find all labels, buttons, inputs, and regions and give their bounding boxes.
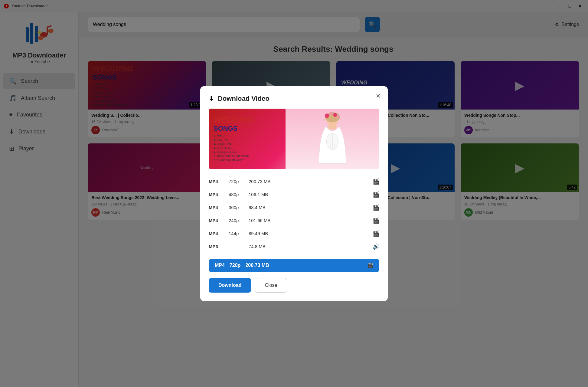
format-row-360p[interactable]: MP4 360p 98.4 MB 🎬 (209, 201, 379, 214)
preview-tracklist: 1. THE GIFT2. DESTINY3. VALENTINE4. YOUR… (214, 134, 289, 162)
format-res-144p: 144p (229, 231, 244, 236)
video-format-icon-240p: 🎬 (373, 217, 379, 224)
format-res-480p: 480p (229, 192, 244, 197)
preview-bride-image (286, 109, 379, 169)
download-modal: ⬇ Download Video ✕ WEDDING SONGS 1. THE … (200, 86, 388, 301)
selected-resolution: 720p (230, 263, 240, 268)
format-row-144p[interactable]: MP4 144p 89.49 MB 🎬 (209, 227, 379, 240)
video-format-icon-480p: 🎬 (373, 191, 379, 198)
selected-format-bar: MP4 720p 200.73 MB 🎬 (209, 259, 379, 272)
audio-format-icon-mp3: 🔊 (373, 243, 379, 250)
preview-songs-text: SONGS (214, 125, 289, 133)
format-tag-240p: MP4 (209, 218, 224, 223)
svg-point-15 (333, 113, 337, 117)
video-format-icon-144p: 🎬 (373, 230, 379, 237)
svg-rect-17 (328, 125, 336, 130)
format-tag-144p: MP4 (209, 231, 224, 236)
format-res-360p: 360p (229, 205, 244, 210)
svg-point-16 (336, 116, 339, 118)
selected-tag: MP4 (215, 263, 225, 268)
preview-big-text: WEDDING (214, 115, 289, 125)
modal-overlay[interactable]: ⬇ Download Video ✕ WEDDING SONGS 1. THE … (0, 0, 588, 387)
format-tag-480p: MP4 (209, 192, 224, 197)
format-size-360p: 98.4 MB (249, 205, 368, 210)
format-tag-mp3: MP3 (209, 244, 224, 249)
format-list: MP4 720p 200.73 MB 🎬 MP4 480p 106.1 MB 🎬… (209, 175, 379, 253)
modal-close-button[interactable]: ✕ (373, 91, 383, 101)
svg-point-13 (325, 113, 329, 118)
modal-preview: WEDDING SONGS 1. THE GIFT2. DESTINY3. VA… (209, 109, 379, 169)
modal-close-action-button[interactable]: Close (255, 278, 287, 293)
format-size-720p: 200.73 MB (249, 179, 368, 184)
format-row-mp3[interactable]: MP3 74.8 MB 🔊 (209, 240, 379, 253)
svg-point-14 (329, 112, 333, 115)
format-row-480p[interactable]: MP4 480p 106.1 MB 🎬 (209, 188, 379, 201)
format-size-240p: 101.66 MB (249, 218, 368, 223)
video-format-icon-360p: 🎬 (373, 204, 379, 211)
video-format-icon-720p: 🎬 (373, 178, 379, 185)
download-button[interactable]: Download (209, 278, 251, 293)
format-res-720p: 720p (229, 179, 244, 184)
selected-format-icon: 🎬 (367, 263, 373, 268)
format-size-144p: 89.49 MB (249, 231, 368, 236)
modal-header: ⬇ Download Video (209, 95, 379, 103)
format-row-720p[interactable]: MP4 720p 200.73 MB 🎬 (209, 175, 379, 188)
modal-download-icon: ⬇ (209, 95, 214, 103)
modal-title: Download Video (218, 95, 270, 103)
format-res-240p: 240p (229, 218, 244, 223)
selected-size: 200.73 MB (245, 263, 362, 268)
format-row-240p[interactable]: MP4 240p 101.66 MB 🎬 (209, 214, 379, 227)
format-tag-720p: MP4 (209, 179, 224, 184)
preview-text: WEDDING SONGS 1. THE GIFT2. DESTINY3. VA… (209, 109, 294, 169)
format-size-mp3: 74.8 MB (249, 244, 368, 249)
modal-actions: Download Close (209, 278, 379, 293)
format-tag-360p: MP4 (209, 205, 224, 210)
format-size-480p: 106.1 MB (249, 192, 368, 197)
